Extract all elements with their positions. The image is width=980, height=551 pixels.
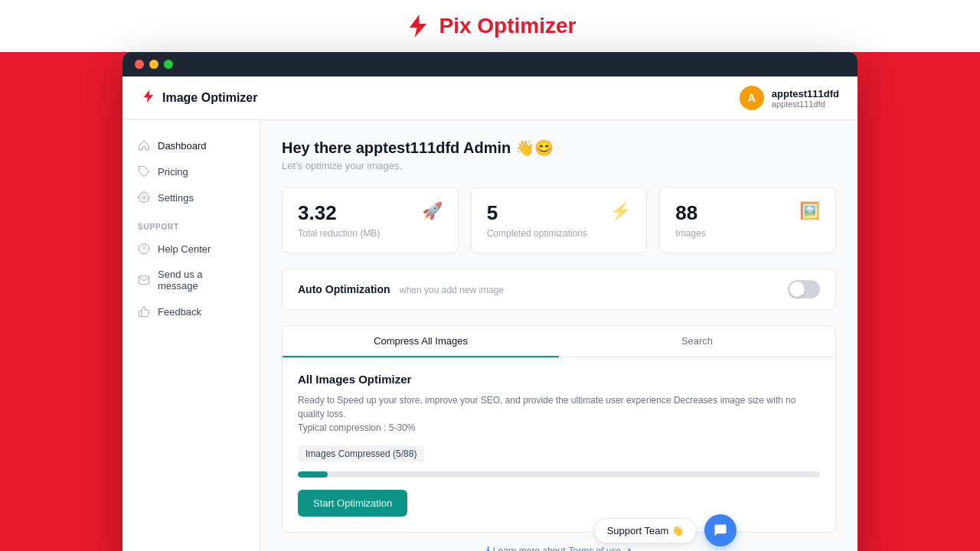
optimizer-description: Ready to Speed up your store, improve yo…: [298, 393, 820, 435]
progress-bar-fill: [298, 471, 328, 478]
help-circle-icon: [138, 243, 150, 255]
brand-title: Pix Optimizer: [439, 14, 577, 38]
support-section-label: SUPPORT: [122, 210, 260, 236]
app-window: Image Optimizer A apptest111dfd apptest1…: [122, 52, 858, 551]
home-icon: [138, 139, 150, 152]
thumbsup-icon: [138, 305, 150, 318]
tab-compress-all[interactable]: Compress All Images: [283, 326, 559, 357]
title-bar: [122, 52, 858, 77]
minimize-dot[interactable]: [149, 60, 158, 69]
app-header: Image Optimizer A apptest111dfd apptest1…: [122, 77, 858, 120]
progress-bar-bg: [298, 471, 820, 478]
app-body: Dashboard Pricing Settings S: [122, 120, 858, 551]
page-subtitle: Let's optimize your images.: [282, 160, 836, 171]
bolt-icon: ⚡: [610, 201, 631, 221]
external-link-icon: ↗: [624, 546, 632, 551]
app-logo-icon: [141, 89, 156, 107]
svg-point-2: [139, 243, 149, 253]
sidebar-label-feedback: Feedback: [158, 306, 201, 318]
user-info: A apptest111dfd apptest111dfd: [740, 86, 839, 110]
svg-point-1: [142, 196, 145, 199]
stat-label-images: Images: [675, 228, 705, 239]
avatar: A: [740, 86, 764, 110]
auto-opt-label: Auto Optimization: [298, 283, 390, 295]
main-content: Hey there apptest111dfd Admin 👋😊 Let's o…: [260, 120, 858, 551]
app-logo: Image Optimizer: [141, 89, 257, 107]
sidebar-item-feedback[interactable]: Feedback: [122, 298, 260, 324]
auto-opt-sublabel: when you add new image: [400, 285, 504, 295]
stat-value-optimizations: 5: [487, 201, 587, 225]
sidebar: Dashboard Pricing Settings S: [122, 120, 260, 551]
info-icon: ℹ: [486, 545, 490, 551]
support-bubble: Support Team 👋: [594, 514, 737, 546]
support-chat-button[interactable]: [704, 514, 737, 546]
brand-logo-icon: [404, 12, 432, 40]
sidebar-label-settings: Settings: [158, 192, 194, 204]
tab-search[interactable]: Search: [559, 326, 835, 357]
sidebar-nav: Dashboard Pricing Settings S: [122, 132, 260, 324]
stat-label-optimizations: Completed optimizations: [487, 228, 587, 239]
learn-more-text: Learn more about: [493, 546, 566, 551]
page-title: Hey there apptest111dfd Admin 👋😊: [282, 139, 836, 157]
toggle-knob: [789, 282, 805, 297]
support-label[interactable]: Support Team 👋: [594, 518, 697, 543]
tag-icon: [138, 165, 150, 178]
sidebar-item-settings[interactable]: Settings: [122, 184, 260, 210]
sidebar-item-pricing[interactable]: Pricing: [122, 158, 260, 184]
sidebar-label-pricing: Pricing: [158, 166, 188, 178]
sidebar-item-message[interactable]: Send us a message: [122, 262, 260, 298]
sidebar-item-dashboard[interactable]: Dashboard: [122, 132, 260, 158]
tabs-container: Compress All Images Search All Images Op…: [282, 325, 836, 533]
maximize-dot[interactable]: [164, 60, 173, 69]
stat-label-reduction: Total reduction (MB): [298, 228, 380, 239]
stat-value-images: 88: [675, 201, 705, 225]
app-logo-text: Image Optimizer: [162, 91, 257, 105]
auto-optimization-bar: Auto Optimization when you add new image: [282, 269, 836, 310]
tab-content: All Images Optimizer Ready to Speed up y…: [283, 357, 835, 532]
stats-row: 3.32 Total reduction (MB) 🚀 5 Completed …: [282, 187, 836, 253]
start-optimization-button[interactable]: Start Optimization: [298, 490, 407, 517]
sidebar-label-message: Send us a message: [158, 269, 244, 292]
tabs-header: Compress All Images Search: [283, 326, 835, 357]
settings-icon: [138, 191, 150, 204]
stat-card-reduction: 3.32 Total reduction (MB) 🚀: [282, 187, 459, 253]
auto-opt-toggle[interactable]: [788, 280, 820, 298]
close-dot[interactable]: [135, 60, 144, 69]
stat-value-reduction: 3.32: [298, 201, 380, 225]
sidebar-label-dashboard: Dashboard: [158, 140, 207, 152]
mail-icon: [138, 274, 150, 286]
user-name: apptest111dfd: [772, 88, 839, 99]
stat-card-images: 88 Images 🖼️: [659, 187, 836, 253]
compressed-badge: Images Compressed (5/88): [298, 445, 424, 462]
stat-card-optimizations: 5 Completed optimizations ⚡: [471, 187, 648, 253]
terms-link[interactable]: Terms of use: [569, 546, 622, 551]
optimizer-title: All Images Optimizer: [298, 373, 820, 386]
user-details: apptest111dfd apptest111dfd: [772, 88, 839, 109]
user-email: apptest111dfd: [772, 99, 839, 109]
brand-bar: Pix Optimizer: [0, 0, 980, 52]
sidebar-label-help: Help Center: [158, 243, 211, 255]
rocket-icon: 🚀: [422, 201, 443, 221]
sidebar-item-help-center[interactable]: Help Center: [122, 236, 260, 262]
image-icon: 🖼️: [799, 201, 820, 221]
